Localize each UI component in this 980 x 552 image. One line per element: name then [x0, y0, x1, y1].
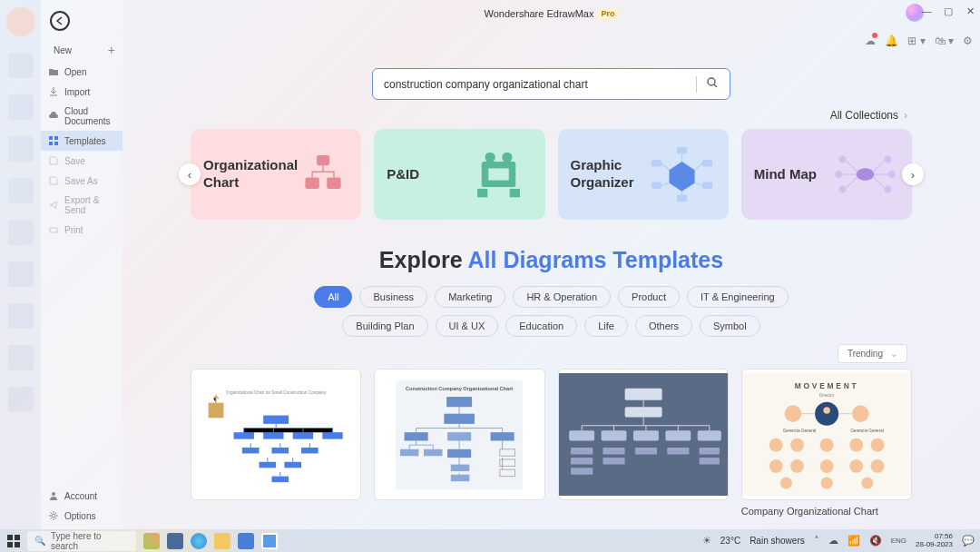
filter-marketing[interactable]: Marketing — [435, 286, 505, 308]
svg-rect-70 — [571, 448, 593, 454]
svg-rect-69 — [697, 430, 720, 440]
svg-rect-50 — [445, 414, 475, 424]
svg-rect-66 — [601, 430, 626, 440]
taskbar-app-explorer[interactable] — [214, 533, 230, 549]
svg-point-94 — [790, 459, 804, 473]
svg-rect-56 — [447, 449, 471, 458]
svg-rect-9 — [317, 155, 329, 165]
svg-point-8 — [708, 78, 715, 85]
filter-life[interactable]: Life — [584, 315, 628, 337]
category-graphic-organizer[interactable]: Graphic Organizer — [558, 129, 729, 220]
sidebar-options[interactable]: Options — [41, 506, 122, 526]
taskbar-app-news[interactable] — [143, 533, 160, 549]
file-sidebar: New + Open Import Cloud Documents Templa… — [41, 0, 122, 529]
filter-product[interactable]: Product — [618, 286, 680, 308]
sidebar-item-label: Open — [64, 67, 86, 77]
svg-rect-21 — [652, 160, 662, 167]
svg-rect-57 — [451, 465, 469, 471]
template-card-3[interactable] — [558, 369, 729, 517]
windows-start-button[interactable] — [7, 535, 20, 547]
svg-rect-23 — [652, 182, 662, 189]
taskbar-search-placeholder: Type here to search — [51, 531, 129, 551]
notification-icon[interactable]: 🔔 — [885, 34, 898, 47]
svg-rect-104 — [15, 542, 20, 547]
svg-rect-3 — [49, 142, 53, 145]
all-collections-link[interactable]: All Collections — [141, 109, 962, 122]
settings-icon[interactable]: ⚙ — [963, 34, 973, 47]
category-prev-button[interactable]: ‹ — [179, 163, 201, 185]
tray-language-icon[interactable]: ENG — [891, 537, 906, 545]
sidebar-item-label: Export & Send — [64, 195, 115, 215]
new-plus-button[interactable]: + — [108, 43, 115, 57]
svg-point-99 — [820, 478, 832, 489]
sidebar-open[interactable]: Open — [41, 62, 122, 82]
explore-heading: Explore All Diagrams Templates — [141, 247, 962, 273]
filter-symbol[interactable]: Symbol — [700, 315, 760, 337]
svg-point-96 — [849, 459, 863, 473]
tray-notifications-icon[interactable]: 💬 — [962, 535, 975, 547]
svg-rect-34 — [209, 403, 224, 419]
search-input[interactable] — [384, 78, 687, 91]
tray-chevron-up-icon[interactable]: ˄ — [814, 535, 819, 547]
svg-rect-4 — [54, 142, 58, 145]
svg-point-91 — [849, 439, 863, 452]
svg-point-26 — [838, 155, 846, 163]
svg-rect-5 — [50, 228, 57, 232]
filter-ui-ux[interactable]: UI & UX — [436, 315, 499, 337]
search-box — [372, 68, 730, 100]
category-pid[interactable]: P&ID — [374, 129, 544, 220]
template-card-4[interactable]: MOVEMENT Director Gerencia General Geren… — [741, 369, 912, 517]
filter-education[interactable]: Education — [505, 315, 577, 337]
template-card-1[interactable]: Organizational Chart for Small Construct… — [191, 369, 361, 517]
cloud-sync-icon[interactable]: ☁ — [865, 34, 876, 47]
maximize-button[interactable]: ▢ — [942, 5, 955, 17]
svg-point-29 — [888, 171, 896, 178]
taskbar-app-edrawmax[interactable] — [261, 533, 278, 549]
sidebar-cloud-documents[interactable]: Cloud Documents — [41, 102, 122, 131]
taskbar-app-word[interactable] — [238, 533, 254, 549]
tray-weather-icon[interactable]: ☀ — [702, 535, 711, 547]
back-button[interactable] — [50, 11, 70, 31]
category-next-button[interactable]: › — [902, 163, 924, 185]
sidebar-templates[interactable]: Templates — [41, 131, 122, 151]
minimize-button[interactable]: — — [920, 5, 933, 17]
search-icon[interactable] — [706, 76, 719, 93]
category-mind-map[interactable]: Mind Map — [741, 129, 912, 220]
svg-point-88 — [769, 439, 783, 452]
sidebar-save: Save — [41, 151, 122, 171]
svg-point-92 — [870, 439, 884, 452]
template-card-2[interactable]: Construction Company Organizational Char… — [374, 369, 544, 517]
tray-datetime[interactable]: 07:56 28-09-2023 — [916, 533, 953, 549]
svg-rect-15 — [477, 189, 487, 197]
sidebar-import[interactable]: Import — [41, 82, 122, 102]
taskbar-app-edge[interactable] — [191, 533, 207, 549]
tray-onedrive-icon[interactable]: ☁ — [828, 535, 838, 547]
taskbar-search[interactable]: 🔍 Type here to search — [27, 531, 136, 551]
svg-rect-102 — [15, 535, 20, 540]
shopping-icon[interactable]: 🛍 ▾ — [935, 34, 954, 47]
sidebar-new-label: New — [54, 45, 72, 55]
sidebar-new[interactable]: New — [48, 45, 72, 55]
save-icon — [48, 155, 59, 166]
svg-point-27 — [884, 155, 891, 163]
filter-others[interactable]: Others — [635, 315, 692, 337]
sidebar-account[interactable]: Account — [41, 486, 122, 506]
svg-rect-55 — [424, 449, 442, 456]
sort-selected-label: Trending — [848, 349, 883, 359]
filter-building-plan[interactable]: Building Plan — [342, 315, 427, 337]
tray-volume-icon[interactable]: 🔇 — [869, 535, 882, 547]
svg-rect-74 — [603, 458, 624, 464]
filter-it-engineering[interactable]: IT & Engineering — [687, 286, 789, 308]
taskbar-app-taskview[interactable] — [167, 533, 183, 549]
category-label: Graphic Organizer — [571, 157, 634, 192]
app-title: Wondershare EdrawMax — [485, 8, 594, 19]
filter-business[interactable]: Business — [359, 286, 427, 308]
svg-rect-17 — [488, 168, 509, 180]
category-organizational-chart[interactable]: Organizational Chart — [191, 129, 361, 220]
close-button[interactable]: ✕ — [964, 5, 976, 17]
sort-dropdown[interactable]: Trending — [838, 344, 907, 363]
filter-hr-operation[interactable]: HR & Operation — [513, 286, 611, 308]
apps-icon[interactable]: ⊞ ▾ — [907, 34, 925, 47]
filter-all[interactable]: All — [314, 286, 352, 308]
tray-wifi-icon[interactable]: 📶 — [848, 535, 860, 547]
